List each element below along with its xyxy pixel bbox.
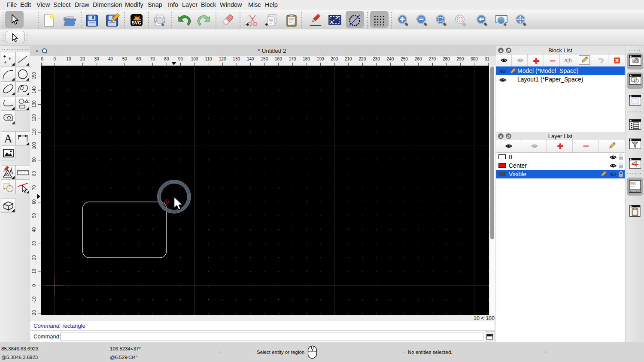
svg-text:command: command — [630, 190, 640, 192]
svg-text:SVG: SVG — [132, 20, 141, 25]
svg-text:A: A — [4, 132, 12, 145]
